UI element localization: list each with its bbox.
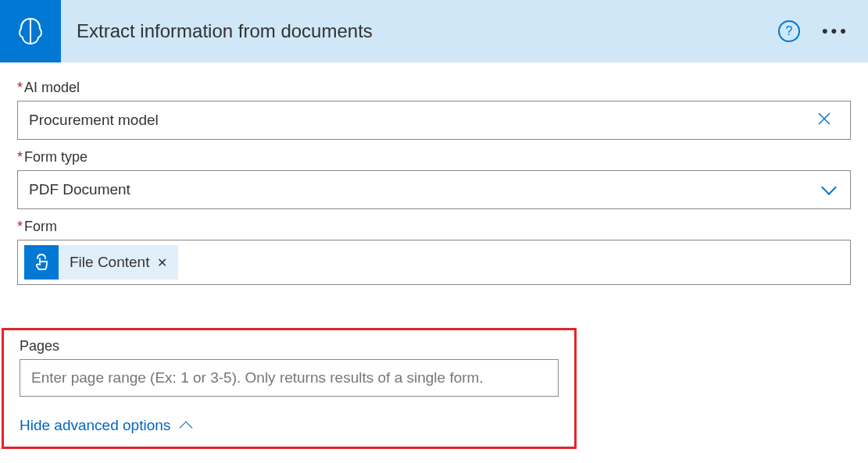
action-header: Extract information from documents ? ••• [0, 0, 868, 62]
field-form: *Form File Content ✕ [17, 219, 851, 285]
chevron-up-icon [180, 422, 193, 435]
help-icon[interactable]: ? [778, 20, 800, 42]
ai-model-label: *AI model [17, 80, 851, 96]
more-menu-icon[interactable]: ••• [817, 21, 854, 41]
pages-label: Pages [20, 338, 559, 354]
form-type-value: PDF Document [29, 181, 823, 198]
form-body: *AI model Procurement model *Form type P… [0, 62, 868, 285]
action-title: Extract information from documents [77, 20, 778, 42]
ai-model-input[interactable]: Procurement model [17, 101, 851, 140]
field-ai-model: *AI model Procurement model [17, 80, 851, 140]
form-type-label: *Form type [17, 149, 851, 166]
form-label: *Form [17, 219, 851, 235]
token-remove-icon[interactable]: ✕ [157, 255, 178, 270]
touch-icon [24, 245, 59, 280]
hide-advanced-link[interactable]: Hide advanced options [20, 417, 191, 434]
form-type-select[interactable]: PDF Document [17, 170, 851, 209]
action-brain-icon [0, 0, 61, 62]
clear-ai-model-icon[interactable] [809, 107, 839, 134]
form-input[interactable]: File Content ✕ [17, 240, 851, 285]
ai-model-value: Procurement model [29, 112, 809, 129]
highlighted-region: Pages Hide advanced options [2, 328, 577, 449]
chevron-down-icon[interactable] [821, 180, 837, 195]
file-content-token[interactable]: File Content ✕ [24, 245, 178, 280]
token-label: File Content [59, 254, 157, 271]
hide-advanced-label: Hide advanced options [20, 417, 170, 434]
pages-input[interactable] [20, 359, 559, 397]
field-form-type: *Form type PDF Document [17, 149, 851, 209]
